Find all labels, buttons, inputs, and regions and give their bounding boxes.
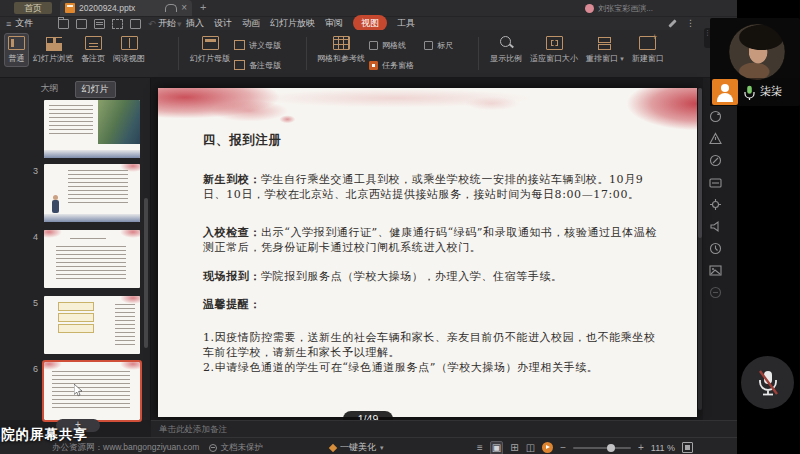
more-options-icon[interactable]: ⋮ bbox=[686, 18, 695, 29]
new-tab-button[interactable]: + bbox=[200, 1, 206, 13]
notes-toggle-icon[interactable]: ≡ bbox=[477, 442, 483, 454]
slide-paragraph: 入校检查：出示“入学报到通行证”、健康通行码“绿码”和录取通知书，核验通过且体温… bbox=[203, 225, 665, 255]
announcement-icon[interactable] bbox=[709, 220, 722, 233]
sync-icon[interactable] bbox=[709, 110, 722, 123]
document-tab[interactable]: 20200924.pptx × bbox=[60, 0, 192, 16]
beautify-button[interactable]: 一键美化 ▾ bbox=[330, 441, 384, 454]
wps-window: 首页 20200924.pptx × + 刘张宝彩画演... ≡ 文件 bbox=[0, 0, 737, 454]
slide-thumbnail-6-selected[interactable] bbox=[44, 362, 140, 420]
edit-pencil-icon[interactable] bbox=[668, 19, 676, 27]
save-icon[interactable] bbox=[76, 19, 87, 29]
sorter-view-toggle-icon[interactable]: ⊞ bbox=[510, 442, 518, 454]
slide-thumbnail-panel: 大纲 幻灯片 3 4 5 bbox=[0, 78, 151, 420]
canvas-scrollbar[interactable] bbox=[698, 88, 702, 410]
participant-video-panel[interactable]: ⋮ 柒柒 bbox=[710, 18, 800, 106]
reading-view-toggle-icon[interactable]: ◫ bbox=[526, 442, 535, 454]
task-pane-checkbox[interactable]: 任务窗格 bbox=[369, 55, 414, 75]
magnifier-icon bbox=[498, 36, 515, 50]
slide-thumbnail-2[interactable] bbox=[44, 100, 140, 158]
side-toolbar bbox=[703, 110, 727, 299]
panel-collapse-handle[interactable]: ⋮ bbox=[704, 28, 710, 48]
zoom-in-button[interactable]: + bbox=[638, 442, 644, 453]
tab-insert[interactable]: 插入 bbox=[186, 17, 204, 30]
tab-review[interactable]: 审阅 bbox=[325, 17, 343, 30]
protection-icon bbox=[209, 444, 217, 452]
zoom-ratio-button[interactable]: 显示比例 bbox=[486, 33, 526, 67]
thumbnail-scrollbar[interactable] bbox=[144, 198, 148, 348]
open-icon[interactable] bbox=[58, 19, 69, 29]
tab-animation[interactable]: 动画 bbox=[242, 17, 260, 30]
handout-master-icon bbox=[234, 40, 245, 50]
doc-protection-status[interactable]: 文档未保护 bbox=[209, 442, 263, 454]
export-icon[interactable] bbox=[112, 19, 123, 29]
slide-master-icon bbox=[202, 36, 219, 50]
reading-view-button[interactable]: 阅读视图 bbox=[109, 33, 149, 67]
home-tab[interactable]: 首页 bbox=[14, 2, 52, 14]
id-card-icon[interactable] bbox=[709, 176, 722, 189]
tab-tools[interactable]: 工具 bbox=[397, 17, 415, 30]
notes-master-icon bbox=[234, 60, 245, 70]
close-tab-icon[interactable]: × bbox=[181, 3, 187, 13]
tab-home[interactable]: 开始 bbox=[158, 17, 176, 30]
slide-master-button[interactable]: 幻灯片母版 bbox=[186, 33, 234, 67]
current-slide[interactable]: 四、报到注册 新生到校：学生自行乘坐交通工具到校，或乘坐学校统一安排的接站车辆到… bbox=[158, 88, 697, 417]
tab-view-active[interactable]: 视图 bbox=[353, 15, 387, 31]
fit-window-icon bbox=[546, 36, 563, 50]
slide-reminder-title: 温馨提醒： bbox=[203, 297, 261, 312]
handout-master-button[interactable]: 讲义母版 bbox=[234, 35, 281, 55]
warning-icon[interactable] bbox=[709, 132, 722, 145]
slides-tab[interactable]: 幻灯片 bbox=[75, 81, 116, 98]
normal-view-button[interactable]: 普通 bbox=[4, 33, 29, 67]
slide-sorter-button[interactable]: 幻灯片浏览 bbox=[29, 33, 77, 67]
arrange-windows-button[interactable]: 重排窗口 ▾ bbox=[582, 33, 628, 67]
slide-thumbnail-3[interactable] bbox=[44, 164, 140, 222]
gridlines-checkbox[interactable]: 网格线 bbox=[369, 35, 414, 55]
zoom-slider[interactable] bbox=[573, 447, 631, 449]
ruler-checkbox[interactable]: 标尺 bbox=[424, 35, 453, 55]
zoom-out-button[interactable]: − bbox=[560, 442, 566, 453]
notes-placeholder: 单击此处添加备注 bbox=[159, 424, 227, 436]
image-icon[interactable] bbox=[709, 264, 722, 277]
fit-screen-icon[interactable] bbox=[682, 442, 693, 453]
mute-mic-button[interactable] bbox=[741, 356, 794, 409]
slide-thumbnail-4[interactable] bbox=[44, 230, 140, 288]
account-area[interactable]: 刘张宝彩画演... bbox=[585, 3, 653, 14]
menubar-right: ⋮ bbox=[668, 18, 695, 29]
fit-window-button[interactable]: 适应窗口大小 bbox=[526, 33, 582, 67]
normal-view-icon bbox=[8, 36, 25, 50]
print-icon[interactable] bbox=[94, 19, 105, 29]
cloud-sync-icon[interactable] bbox=[165, 4, 177, 12]
notes-master-button[interactable]: 备注母版 bbox=[234, 55, 281, 75]
member-list-button[interactable] bbox=[712, 79, 738, 105]
participant-mic-icon bbox=[744, 85, 755, 101]
tab-design[interactable]: 设计 bbox=[214, 17, 232, 30]
notes-page-icon bbox=[85, 36, 102, 50]
notes-bar[interactable]: 单击此处添加备注 bbox=[151, 420, 737, 438]
history-clock-icon[interactable] bbox=[709, 242, 722, 255]
slide-paragraph: 现场报到：学院报到服务点（学校大操场），办理入学、住宿等手续。 bbox=[203, 269, 563, 284]
tab-slideshow[interactable]: 幻灯片放映 bbox=[270, 17, 315, 30]
screen: 首页 20200924.pptx × + 刘张宝彩画演... ≡ 文件 bbox=[0, 0, 800, 454]
slide-thumbnail-5[interactable] bbox=[44, 296, 140, 354]
ruler-checkbox-box bbox=[424, 41, 433, 50]
notes-page-button[interactable]: 备注页 bbox=[77, 33, 109, 67]
task-pane-checkbox-box bbox=[369, 61, 378, 70]
outline-tab[interactable]: 大纲 bbox=[35, 81, 65, 98]
pen-circle-icon[interactable] bbox=[709, 154, 722, 167]
participant-avatar bbox=[729, 24, 785, 80]
menubar: ≡ 文件 ↶ ↷ ▾ 开始 插入 设计 动画 幻灯片放映 审阅 视图 bbox=[0, 17, 737, 30]
new-window-button[interactable]: 新建窗口 bbox=[628, 33, 668, 67]
magic-icon bbox=[329, 443, 337, 451]
account-avatar bbox=[585, 4, 594, 13]
play-slideshow-button[interactable] bbox=[542, 442, 553, 453]
disabled-circle-icon[interactable] bbox=[709, 286, 722, 299]
normal-view-toggle-icon[interactable]: ▣ bbox=[490, 441, 503, 454]
settings-gear-icon[interactable] bbox=[709, 198, 722, 211]
preview-icon[interactable] bbox=[130, 19, 141, 29]
gridlines-checkbox-box bbox=[369, 41, 378, 50]
grid-guides-button[interactable]: 网格和参考线 bbox=[313, 33, 369, 67]
undo-icon[interactable]: ↶ bbox=[148, 20, 156, 29]
grid-icon bbox=[333, 36, 350, 50]
zoom-percentage: 111 % bbox=[651, 443, 675, 453]
file-menu-button[interactable]: ≡ 文件 bbox=[6, 17, 33, 30]
